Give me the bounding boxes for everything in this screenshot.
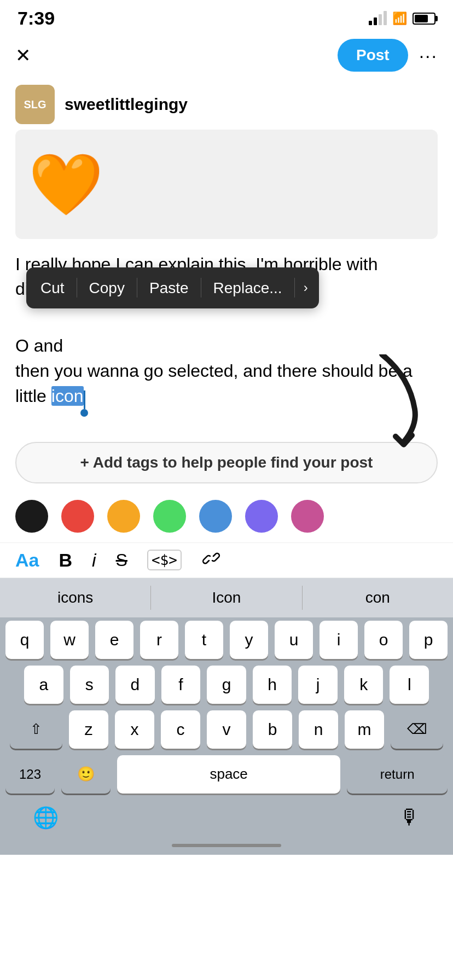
text-line4: little icon (15, 383, 438, 409)
key-t[interactable]: t (185, 621, 223, 659)
avatar: SLG (15, 85, 55, 124)
tags-section: + Add tags to help people find your post (15, 442, 438, 483)
battery-icon (413, 13, 435, 25)
post-button[interactable]: Post (338, 39, 408, 72)
strikethrough-button[interactable]: S (116, 550, 127, 570)
key-q[interactable]: q (5, 621, 44, 659)
keyboard-bottom-bar: 🌐 🎙 (0, 797, 453, 838)
key-z[interactable]: z (69, 710, 108, 749)
return-key[interactable]: return (347, 755, 448, 794)
key-y[interactable]: y (230, 621, 268, 659)
home-indicator (0, 838, 453, 855)
key-k[interactable]: k (344, 666, 384, 704)
key-n[interactable]: n (299, 710, 338, 749)
key-j[interactable]: j (298, 666, 338, 704)
key-f[interactable]: f (161, 666, 201, 704)
code-button[interactable]: <$> (147, 550, 182, 570)
text-toolbar: Aa B i S <$> (0, 542, 453, 578)
key-p[interactable]: p (409, 621, 448, 659)
key-a[interactable]: a (24, 666, 63, 704)
autocomplete-bar: icons Icon con (0, 578, 453, 617)
key-x[interactable]: x (115, 710, 154, 749)
username: sweetlittlegingy (65, 95, 188, 114)
key-o[interactable]: o (364, 621, 403, 659)
heart-emoji: 🧡 (28, 154, 103, 214)
image-area: 🧡 (15, 130, 438, 239)
space-key[interactable]: space (117, 755, 340, 794)
font-button[interactable]: Aa (15, 550, 39, 571)
key-i[interactable]: i (320, 621, 358, 659)
close-button[interactable]: ✕ (15, 44, 31, 66)
key-s[interactable]: s (70, 666, 109, 704)
key-r[interactable]: r (140, 621, 178, 659)
emoji-key[interactable]: 🙂 (61, 755, 111, 794)
keyboard: icons Icon con q w e r t y u i o p a s d… (0, 578, 453, 855)
keyboard-row-3: ⇧ z x c v b n m ⌫ (0, 707, 453, 752)
key-w[interactable]: w (50, 621, 89, 659)
color-black[interactable] (15, 500, 48, 533)
numbers-key[interactable]: 123 (5, 755, 55, 794)
cut-menu-item[interactable]: Cut (28, 267, 77, 308)
cursor-handle (84, 390, 85, 409)
color-green[interactable] (153, 500, 186, 533)
key-c[interactable]: c (161, 710, 200, 749)
signal-icon (369, 12, 387, 25)
key-h[interactable]: h (253, 666, 292, 704)
key-u[interactable]: u (275, 621, 313, 659)
autocomplete-con[interactable]: con (303, 586, 453, 610)
key-e[interactable]: e (95, 621, 133, 659)
keyboard-row-4: 123 🙂 space return (0, 752, 453, 797)
top-nav: ✕ Post ··· (0, 33, 453, 79)
bold-button[interactable]: B (59, 550, 72, 571)
user-row: SLG sweetlittlegingy (0, 79, 453, 130)
more-button[interactable]: ··· (419, 45, 438, 66)
color-blue[interactable] (199, 500, 232, 533)
color-red[interactable] (61, 500, 94, 533)
italic-button[interactable]: i (92, 550, 96, 571)
key-l[interactable]: l (390, 666, 429, 704)
key-v[interactable]: v (207, 710, 246, 749)
text-content[interactable]: I really hope I can explain this, I'm ho… (0, 239, 453, 409)
selected-text: icon (51, 386, 84, 406)
color-orange[interactable] (107, 500, 140, 533)
color-pink[interactable] (291, 500, 324, 533)
home-bar (172, 844, 281, 847)
autocomplete-icon[interactable]: Icon (151, 586, 302, 610)
status-icons: 📶 (369, 11, 435, 26)
text-line2: O and (15, 306, 438, 358)
context-menu: Cut Copy Paste Replace... › (26, 267, 319, 308)
key-d[interactable]: d (115, 666, 155, 704)
color-row (0, 494, 453, 538)
link-button[interactable] (201, 549, 221, 572)
context-menu-container: Cut Copy Paste Replace... › O and then y… (15, 306, 438, 409)
wifi-icon: 📶 (392, 11, 407, 26)
key-b[interactable]: b (253, 710, 292, 749)
color-purple[interactable] (245, 500, 278, 533)
paste-menu-item[interactable]: Paste (137, 267, 201, 308)
autocomplete-icons[interactable]: icons (0, 586, 151, 610)
mic-icon[interactable]: 🎙 (399, 806, 420, 829)
replace-menu-item[interactable]: Replace... (201, 267, 294, 308)
key-m[interactable]: m (345, 710, 384, 749)
globe-icon[interactable]: 🌐 (33, 806, 59, 830)
key-g[interactable]: g (207, 666, 246, 704)
shift-key[interactable]: ⇧ (10, 710, 62, 749)
copy-menu-item[interactable]: Copy (77, 267, 137, 308)
nav-right: Post ··· (338, 39, 438, 72)
text-line3: then you wanna go selected, and there sh… (15, 358, 438, 383)
keyboard-row-1: q w e r t y u i o p (0, 617, 453, 662)
more-menu-arrow[interactable]: › (295, 269, 317, 307)
keyboard-row-2: a s d f g h j k l (0, 662, 453, 707)
status-time: 7:39 (18, 8, 55, 29)
delete-key[interactable]: ⌫ (391, 710, 443, 749)
add-tags-button[interactable]: + Add tags to help people find your post (15, 442, 438, 483)
status-bar: 7:39 📶 (0, 0, 453, 33)
